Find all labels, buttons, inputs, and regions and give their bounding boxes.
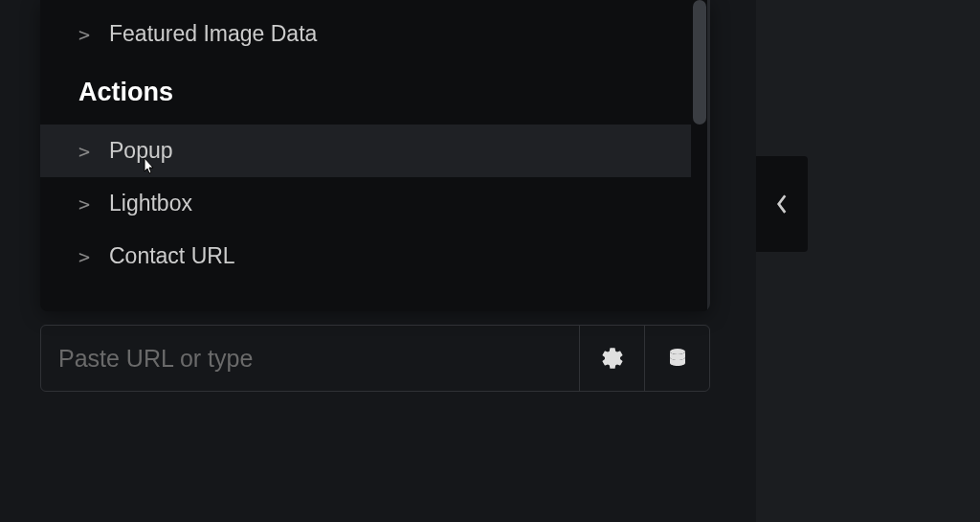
scrollbar-track (707, 0, 710, 311)
chevron-right-icon: > (78, 140, 92, 163)
chevron-left-icon (775, 193, 789, 215)
settings-button[interactable] (579, 326, 644, 391)
list-item-label: Featured Image Data (109, 21, 317, 47)
url-input-row (40, 325, 710, 392)
chevron-right-icon: > (78, 245, 92, 268)
database-button[interactable] (644, 326, 709, 391)
url-input[interactable] (41, 326, 579, 391)
list-item-featured-image-data[interactable]: > Featured Image Data (40, 8, 691, 60)
options-list: > Featured Image Data Actions > Popup > … (40, 0, 691, 311)
list-item-label: Popup (109, 138, 173, 164)
list-item-label: Lightbox (109, 191, 192, 216)
gear-icon (600, 346, 625, 371)
database-icon (666, 346, 689, 371)
list-item-lightbox[interactable]: > Lightbox (40, 177, 691, 230)
list-item-label: Contact URL (109, 243, 235, 269)
list-item-popup[interactable]: > Popup (40, 125, 691, 177)
options-panel: > Featured Image Data Actions > Popup > … (40, 0, 710, 311)
scrollbar-thumb[interactable] (693, 0, 706, 125)
list-item-contact-url[interactable]: > Contact URL (40, 230, 691, 283)
svg-point-0 (670, 349, 685, 354)
canvas-area (756, 0, 980, 522)
section-heading-actions: Actions (40, 60, 691, 125)
chevron-right-icon: > (78, 193, 92, 216)
collapse-panel-button[interactable] (756, 156, 808, 252)
chevron-right-icon: > (78, 23, 92, 46)
